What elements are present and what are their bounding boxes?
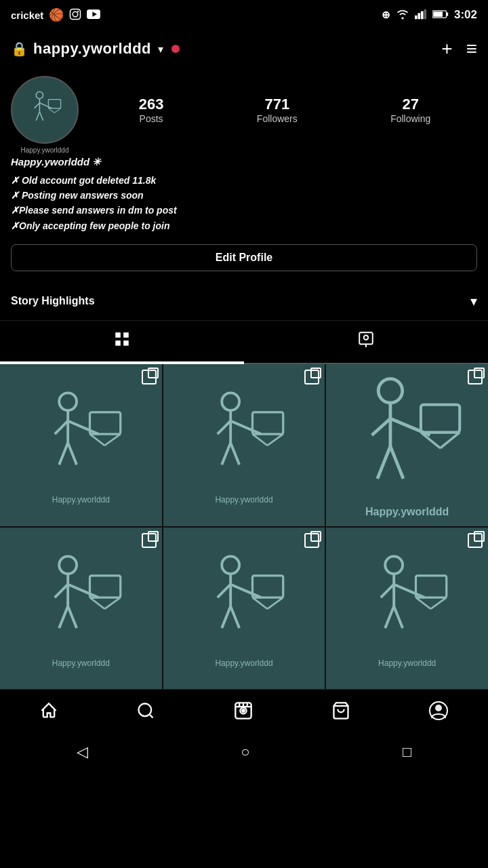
grid-item[interactable]: Happy.yworlddd [163, 364, 325, 526]
svg-rect-0 [70, 9, 81, 19]
svg-line-71 [253, 597, 268, 609]
svg-point-28 [59, 393, 77, 410]
avatar-label: Happy.yworlddd [11, 146, 79, 154]
svg-line-66 [231, 584, 262, 597]
nav-search[interactable] [125, 698, 166, 728]
alarm-icon: ⊕ [382, 9, 390, 21]
bio-line-4: ✗Only accepting few people to join [11, 218, 477, 233]
grid-item-label: Happy.yworlddd [215, 658, 272, 668]
nav-profile[interactable] [418, 698, 460, 728]
lock-icon: 🔒 [11, 41, 28, 57]
svg-point-26 [364, 336, 369, 340]
grid-item[interactable]: Happy.yworlddd [0, 528, 162, 690]
photo-grid: Happy.yworlddd Happy.yworlddd [0, 364, 488, 689]
posts-count: 263 [139, 96, 164, 113]
svg-line-68 [222, 606, 231, 628]
svg-rect-52 [421, 405, 460, 433]
status-left: cricket 🏀 [11, 7, 100, 22]
wifi-icon [396, 9, 409, 22]
nba-icon: 🏀 [49, 7, 64, 22]
svg-point-12 [36, 92, 43, 98]
svg-line-53 [421, 433, 441, 448]
tab-grid[interactable] [0, 321, 244, 363]
svg-point-64 [222, 556, 240, 574]
svg-line-54 [441, 433, 460, 448]
grid-item[interactable]: Happy.yworlddd [163, 528, 325, 690]
svg-rect-23 [115, 340, 121, 346]
svg-rect-24 [123, 340, 129, 346]
following-stat: 27 Following [390, 96, 430, 124]
svg-line-19 [48, 108, 54, 113]
svg-line-32 [59, 443, 68, 465]
svg-line-40 [218, 421, 230, 434]
svg-line-35 [89, 434, 104, 446]
bottom-navigation [0, 689, 488, 734]
grid-item[interactable]: Happy.yworlddd [326, 528, 488, 690]
content-tabs [0, 321, 488, 363]
svg-line-33 [68, 443, 77, 465]
edit-profile-button[interactable]: Edit Profile [11, 244, 477, 271]
svg-line-45 [268, 434, 283, 446]
avatar[interactable] [11, 76, 79, 144]
multi-post-icon [468, 533, 483, 548]
story-highlights-label: Story Highlights [11, 295, 95, 307]
multi-post-icon [468, 370, 483, 384]
shop-icon [331, 701, 350, 725]
svg-rect-18 [48, 99, 60, 108]
nav-home[interactable] [28, 698, 69, 728]
bio-section: Happy.yworlddd ✳ ✗ Old account got delet… [11, 155, 477, 233]
multi-post-icon [142, 533, 157, 548]
add-content-button[interactable]: + [441, 38, 452, 60]
bio-line-2: ✗ Posting new answers soon [11, 188, 477, 203]
grid-item-label: Happy.yworlddd [365, 506, 449, 518]
following-count: 27 [402, 96, 418, 113]
nav-shop[interactable] [321, 698, 361, 728]
back-button[interactable]: ◁ [77, 743, 88, 761]
grid-item[interactable]: Happy.yworlddd [326, 364, 488, 526]
svg-point-37 [222, 393, 240, 410]
grid-item[interactable]: Happy.yworlddd [0, 364, 162, 526]
svg-line-30 [68, 421, 98, 434]
header-left: 🔒 happy.yworlddd ▾ [11, 40, 180, 58]
svg-rect-5 [415, 15, 418, 18]
svg-line-59 [59, 606, 68, 628]
followers-label: Followers [257, 113, 298, 124]
svg-line-57 [68, 584, 98, 597]
chevron-down-icon: ▾ [470, 293, 477, 309]
multi-post-icon [304, 533, 319, 548]
svg-rect-7 [421, 11, 424, 19]
tab-tagged[interactable] [244, 321, 488, 363]
svg-line-16 [36, 112, 39, 121]
svg-line-31 [55, 421, 68, 434]
svg-line-14 [39, 103, 52, 108]
posts-label: Posts [140, 113, 163, 124]
avatar-container[interactable]: Happy.yworlddd [11, 76, 79, 144]
story-highlights-section[interactable]: Story Highlights ▾ [0, 282, 488, 321]
home-icon [39, 701, 58, 725]
recents-button[interactable]: □ [403, 743, 411, 761]
svg-line-49 [372, 418, 390, 435]
bio-name: Happy.yworlddd ✳ [11, 155, 477, 170]
followers-count: 771 [264, 96, 289, 113]
svg-rect-8 [424, 9, 426, 18]
nav-reels[interactable] [223, 698, 264, 728]
svg-rect-34 [89, 412, 120, 434]
tagged-icon [357, 330, 375, 352]
svg-rect-10 [447, 12, 449, 16]
bio-line-3: ✗Please send answers in dm to post [11, 203, 477, 218]
grid-item-label: Happy.yworlddd [52, 495, 110, 505]
reels-icon [234, 701, 253, 725]
grid-item-label: Happy.yworlddd [378, 658, 436, 668]
svg-line-78 [394, 606, 403, 628]
home-button[interactable]: ○ [241, 743, 249, 761]
svg-rect-22 [123, 332, 129, 338]
svg-rect-25 [359, 332, 373, 344]
grid-item-label: Happy.yworlddd [52, 658, 110, 668]
svg-point-93 [435, 705, 442, 711]
instagram-status-icon [69, 8, 81, 22]
dropdown-icon[interactable]: ▾ [158, 43, 163, 56]
battery-icon [432, 9, 449, 21]
svg-rect-79 [416, 575, 447, 597]
followers-stat: 771 Followers [257, 96, 298, 124]
menu-button[interactable]: ≡ [466, 38, 477, 60]
